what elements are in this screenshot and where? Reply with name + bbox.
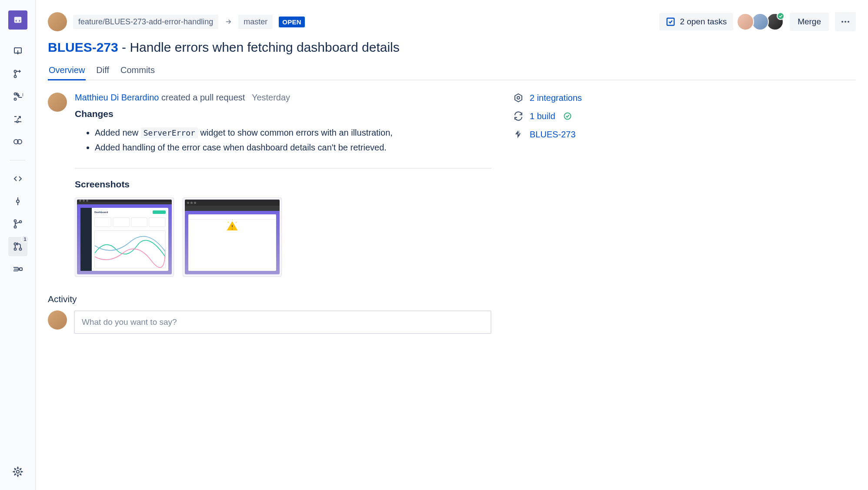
pr-header-row: feature/BLUES-273-add-error-handling mas… [48,12,856,31]
svg-point-15 [19,248,21,250]
title-separator: - [118,40,130,54]
builds-label: 1 build [530,111,555,121]
project-icon [13,15,23,25]
activity-heading: Activity [48,294,491,304]
section-divider [75,168,491,169]
svg-point-12 [19,221,21,223]
target-branch-chip[interactable]: master [238,15,273,29]
pr-tabs: Overview Diff Commits [48,63,856,80]
nav-pipelines-icon[interactable] [8,132,27,151]
open-tasks-button[interactable]: 2 open tasks [659,13,733,30]
source-branch-chip[interactable]: feature/BLUES-273-add-error-handling [73,15,218,29]
builds-link[interactable]: 1 build [513,111,600,121]
app-logo[interactable] [8,10,27,30]
svg-point-23 [517,97,520,99]
main-content: feature/BLUES-273-add-error-handling mas… [36,0,868,490]
pr-action-text: created a pull request [161,93,245,102]
nav-commits-icon[interactable] [8,192,27,211]
approved-check-icon [777,12,785,20]
comment-input[interactable] [74,310,491,334]
pr-count-badge: 1 [21,235,29,243]
tab-overview[interactable]: Overview [48,63,86,80]
integrations-link[interactable]: 2 integrations [513,93,600,103]
svg-point-17 [16,470,19,473]
svg-point-19 [841,21,843,23]
nav-compare-icon[interactable] [8,110,27,129]
more-actions-button[interactable] [835,12,856,31]
svg-point-21 [848,21,849,23]
jira-icon [513,129,524,140]
sync-icon [513,111,524,121]
integrations-icon [513,93,524,103]
svg-point-2 [14,70,16,73]
svg-marker-22 [515,94,522,102]
nav-source-icon[interactable] [8,169,27,188]
code-inline: ServerError [141,127,198,138]
change-item: Added new ServerError widget to show com… [95,125,491,140]
reviewers-list [739,13,784,30]
author-avatar[interactable] [48,12,67,31]
jira-key-label: BLUES-273 [530,130,576,140]
nav-branches-icon[interactable] [8,214,27,233]
reviewer-avatar[interactable] [766,13,784,30]
title-text: Handle errors when fetching dashboard de… [130,40,399,54]
svg-rect-0 [14,17,21,23]
nav-create-pr-icon[interactable] [8,87,27,106]
left-nav: 1 [0,0,36,490]
tab-commits[interactable]: Commits [120,63,156,80]
author-link[interactable]: Matthieu Di Berardino [75,93,159,102]
reviewer-avatar[interactable] [737,13,754,30]
svg-point-3 [14,76,16,78]
checkbox-icon [666,17,675,27]
open-tasks-label: 2 open tasks [680,17,727,27]
build-success-icon [563,112,572,120]
nav-deployments-icon[interactable] [8,260,27,279]
tab-diff[interactable]: Diff [95,63,110,80]
nav-divider [10,160,26,160]
svg-point-11 [14,226,16,228]
change-item: Added handling of the error case when da… [95,140,491,155]
issue-key-link[interactable]: BLUES-273 [48,40,118,54]
reviewer-avatar[interactable] [751,13,769,30]
screenshot-thumbnail[interactable]: Dashboard [75,197,174,277]
current-user-avatar[interactable] [48,310,67,330]
svg-rect-16 [20,268,22,270]
svg-point-5 [14,98,16,100]
nav-pull-requests-icon[interactable]: 1 [8,237,27,256]
merge-button[interactable]: Merge [790,13,829,31]
jira-link[interactable]: BLUES-273 [513,129,600,140]
activity-section: Activity [48,294,491,334]
pr-status-badge: OPEN [279,17,305,27]
arrow-right-icon [224,18,232,26]
ellipsis-icon [840,17,851,27]
svg-point-6 [17,121,18,123]
pr-timestamp: Yesterday [252,93,290,102]
pr-title: BLUES-273 - Handle errors when fetching … [48,40,856,55]
integrations-label: 2 integrations [530,93,582,103]
screenshots-heading: Screenshots [75,179,491,190]
svg-point-10 [14,220,16,222]
pr-description: Matthieu Di Berardino created a pull req… [48,93,491,277]
nav-clone-icon[interactable] [8,42,27,61]
svg-point-14 [14,248,16,250]
changes-heading: Changes [75,109,491,119]
screenshot-thumbnail[interactable] [183,197,282,277]
nav-create-branch-icon[interactable] [8,64,27,83]
svg-point-20 [845,21,846,23]
nav-settings-icon[interactable] [8,462,27,481]
author-avatar-inline[interactable] [48,93,67,112]
svg-point-9 [17,200,19,203]
